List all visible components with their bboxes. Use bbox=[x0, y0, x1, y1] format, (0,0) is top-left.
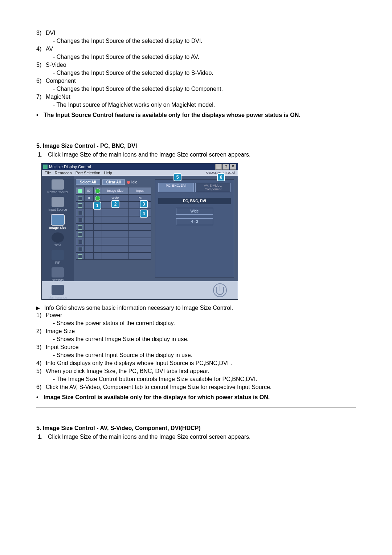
list-desc: - Changes the Input Source of the select… bbox=[46, 85, 356, 93]
callout-3: 3 bbox=[140, 200, 148, 208]
sidebar-item-label: Settings bbox=[52, 278, 64, 282]
image-size-panel: 5 6 PC, BNC, DVI AV, S-Video, Component … bbox=[155, 179, 234, 278]
section-divider bbox=[36, 407, 356, 408]
list-desc: - The Input source of MagicNet works onl… bbox=[46, 101, 356, 109]
list-title: Component bbox=[46, 78, 76, 84]
section-heading: 5. Image Size Control - PC, BNC, DVI bbox=[36, 143, 356, 149]
sidebar-item-image-size[interactable]: Image Size bbox=[45, 214, 70, 230]
step-text: Click Image Size of the main icons and t… bbox=[48, 434, 251, 440]
list-desc: - Shows the current Input Source of the … bbox=[46, 351, 356, 359]
table-row bbox=[76, 238, 151, 245]
callout-4: 4 bbox=[140, 210, 148, 218]
image-size-icon bbox=[51, 214, 64, 225]
status-led-icon bbox=[127, 181, 130, 184]
list-num: 1) bbox=[36, 311, 46, 327]
list-desc: - Changes the Input Source of the select… bbox=[46, 69, 356, 77]
close-button[interactable]: × bbox=[230, 164, 236, 170]
sidebar-item-label: PIP bbox=[55, 261, 61, 264]
menu-port[interactable]: Port Selection bbox=[75, 171, 100, 175]
checkbox-icon bbox=[78, 189, 82, 193]
checkbox-icon bbox=[78, 211, 82, 215]
table-row bbox=[76, 245, 151, 252]
maximize-button[interactable]: □ bbox=[222, 164, 229, 170]
col-power bbox=[94, 187, 102, 194]
sidebar-item-label: Input Source bbox=[48, 208, 67, 211]
sidebar-item-settings[interactable]: Settings bbox=[45, 267, 70, 282]
list-title: AV bbox=[46, 46, 53, 52]
checkbox-icon bbox=[78, 240, 82, 244]
image-size-info-list: 1) Power - Shows the power status of the… bbox=[36, 311, 356, 391]
wrench-icon bbox=[52, 285, 64, 295]
list-title: Click the AV, S-Video, Component tab to … bbox=[46, 384, 271, 390]
list-title: Input Source bbox=[46, 344, 79, 350]
mdc-window: Multiple Display Control _ □ × File Remo… bbox=[41, 163, 238, 300]
list-title: DVI bbox=[46, 30, 56, 36]
menu-bar: File Remocon Port Selection Help SAMSUNG… bbox=[42, 170, 238, 176]
power-dot-icon bbox=[95, 196, 100, 201]
checkbox-icon[interactable] bbox=[78, 196, 82, 200]
list-num: 6) bbox=[36, 383, 46, 391]
section-divider bbox=[36, 125, 356, 125]
callout-2: 2 bbox=[111, 200, 119, 208]
svg-marker-0 bbox=[36, 307, 40, 310]
menu-help[interactable]: Help bbox=[104, 171, 112, 175]
input-icon bbox=[52, 197, 64, 207]
table-row bbox=[76, 223, 151, 231]
minimize-button[interactable]: _ bbox=[215, 164, 222, 170]
list-num: 3) bbox=[36, 29, 46, 45]
window-title: Multiple Display Control bbox=[49, 165, 215, 169]
tab-pc-bnc-dvi[interactable]: PC, BNC, DVI bbox=[158, 183, 194, 192]
list-desc: - Shows the power status of the current … bbox=[46, 319, 356, 327]
list-num: 4) bbox=[36, 359, 46, 367]
note-text: Image Size Control is available only for… bbox=[44, 394, 270, 401]
sidebar-item-label: Time bbox=[54, 243, 61, 247]
sidebar-item-pip[interactable]: PIP bbox=[45, 250, 70, 264]
cell-id: 0 bbox=[85, 195, 94, 202]
power-icon[interactable] bbox=[213, 283, 227, 297]
checkbox-icon bbox=[78, 218, 82, 222]
callout-6: 6 bbox=[217, 173, 225, 181]
callout-1: 1 bbox=[93, 202, 101, 210]
arrow-right-icon bbox=[36, 305, 44, 311]
checkbox-icon bbox=[78, 225, 82, 230]
gear-icon bbox=[52, 267, 64, 278]
list-desc: - Changes the Input Source of the select… bbox=[46, 37, 356, 45]
sidebar-item-input[interactable]: Input Source bbox=[45, 197, 70, 211]
power-icon bbox=[52, 179, 64, 190]
bullet-icon: • bbox=[36, 112, 44, 118]
tab-av-svideo-component[interactable]: AV, S-Video, Component bbox=[195, 183, 231, 192]
section-note: • Image Size Control is available only f… bbox=[36, 394, 356, 401]
list-num: 7) bbox=[36, 93, 46, 109]
bullet-icon: • bbox=[36, 394, 44, 401]
checkbox-icon bbox=[78, 254, 82, 259]
note-text: The Input Source Control feature is avai… bbox=[44, 112, 301, 118]
sidebar-item-label: Power Control bbox=[47, 190, 68, 194]
info-grid: ID Image Size Input 0 Wide PC bbox=[76, 187, 151, 260]
select-all-button[interactable]: Select All bbox=[76, 179, 100, 185]
menu-file[interactable]: File bbox=[45, 171, 51, 175]
idle-indicator: Idle bbox=[127, 180, 137, 184]
sidebar-item-label: Image Size bbox=[49, 226, 66, 230]
checkbox-icon bbox=[78, 247, 82, 251]
option-wide[interactable]: Wide bbox=[176, 208, 213, 215]
col-check[interactable] bbox=[76, 187, 85, 194]
list-num: 5) bbox=[36, 61, 46, 77]
list-title: When you click Image Size, the PC, BNC, … bbox=[46, 368, 209, 374]
list-num: 6) bbox=[36, 77, 46, 93]
status-bar bbox=[42, 281, 238, 299]
list-title: Info Grid displays only the displays who… bbox=[46, 360, 232, 366]
list-title: MagicNet bbox=[46, 94, 70, 100]
table-row bbox=[76, 231, 151, 238]
table-row bbox=[76, 252, 151, 260]
sidebar: Power Control Input Source Image Size Ti… bbox=[42, 176, 74, 281]
section-note: • The Input Source Control feature is av… bbox=[36, 112, 356, 118]
clear-all-button[interactable]: Clear All bbox=[102, 179, 125, 185]
menu-remocon[interactable]: Remocon bbox=[55, 171, 72, 175]
list-num: 5) bbox=[36, 367, 46, 383]
sidebar-item-time[interactable]: Time bbox=[45, 232, 70, 247]
sidebar-item-maintenance[interactable]: Maintenance bbox=[45, 285, 70, 299]
sidebar-item-power[interactable]: Power Control bbox=[45, 179, 70, 194]
lead-text: Info Grid shows some basic information n… bbox=[44, 305, 233, 311]
list-num: 4) bbox=[36, 45, 46, 61]
option-4-3[interactable]: 4 : 3 bbox=[176, 218, 213, 225]
